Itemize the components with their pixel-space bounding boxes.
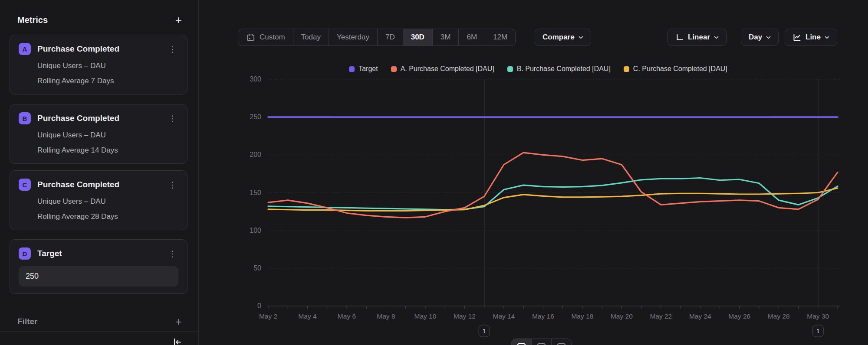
range-7d[interactable]: 7D	[378, 29, 403, 46]
y-axis-label: 50	[253, 264, 261, 272]
collapse-sidebar-icon[interactable]	[172, 337, 183, 345]
add-filter-button[interactable]: +	[175, 317, 182, 326]
chart-plot[interactable]: 050100150200250300May 2May 4May 6May 8Ma…	[234, 56, 868, 345]
y-axis-label: 0	[257, 302, 261, 309]
range-3m[interactable]: 3M	[433, 29, 459, 46]
metric-badge-d: D	[19, 247, 31, 260]
compare-label: Compare	[542, 33, 575, 42]
x-axis-label: May 4	[298, 312, 317, 320]
interval-label: Day	[749, 33, 762, 42]
metric-window: Rolling Average 7 Days	[37, 77, 178, 85]
kebab-menu-icon[interactable]: ⋮	[167, 114, 178, 124]
x-axis-label: May 16	[532, 312, 554, 320]
filter-section-title: Filter	[17, 317, 37, 326]
chevron-down-icon	[825, 36, 829, 39]
metric-badge-b: B	[19, 112, 31, 124]
y-axis-label: 250	[250, 113, 261, 120]
range-30d[interactable]: 30D	[403, 29, 433, 46]
kebab-menu-icon[interactable]: ⋮	[167, 249, 178, 259]
x-axis-label: May 12	[454, 312, 476, 320]
view-toggle-control	[511, 338, 572, 345]
sidebar-divider	[0, 331, 198, 332]
metric-card-a[interactable]: A Purchase Completed ⋮ Unique Users – DA…	[10, 35, 187, 94]
kebab-menu-icon[interactable]: ⋮	[167, 44, 178, 54]
range-today[interactable]: Today	[293, 29, 329, 46]
metric-window: Rolling Average 28 Days	[37, 212, 178, 221]
x-axis-label: May 8	[377, 312, 395, 320]
x-axis-label: May 24	[689, 312, 711, 320]
range-label: Custom	[260, 33, 285, 42]
metric-badge-a: A	[19, 43, 31, 55]
x-axis-label: May 30	[807, 312, 829, 320]
metric-title: Purchase Completed	[37, 114, 160, 123]
target-value-input[interactable]: 250	[19, 266, 178, 286]
split-view-icon[interactable]	[552, 339, 571, 345]
metric-title: Purchase Completed	[37, 180, 160, 189]
x-axis-label: May 20	[611, 312, 633, 320]
annotation-badge-label: 1	[483, 328, 486, 335]
chevron-down-icon	[766, 36, 771, 39]
date-range-control: Custom Today Yesterday 7D 30D 3M 6M 12M	[238, 29, 516, 46]
compare-button[interactable]: Compare	[535, 29, 591, 46]
chart-view-icon[interactable]	[512, 339, 532, 345]
y-axis-label: 300	[250, 75, 261, 83]
table-view-icon[interactable]	[532, 339, 552, 345]
x-axis-label: May 18	[571, 312, 593, 320]
x-axis-label: May 26	[728, 312, 750, 320]
line-chart-icon	[792, 33, 802, 42]
calendar-icon	[246, 33, 255, 42]
metric-title: Purchase Completed	[37, 44, 160, 54]
chevron-down-icon	[579, 36, 583, 39]
x-axis-label: May 10	[414, 312, 437, 320]
target-card[interactable]: D Target ⋮ 250	[10, 239, 187, 294]
y-axis-label: 100	[250, 227, 261, 234]
metrics-sidebar: Metrics + A Purchase Completed ⋮ Unique …	[0, 0, 199, 345]
add-metric-button[interactable]: +	[175, 15, 182, 25]
chart-type-label: Line	[806, 33, 821, 42]
axis-scale-icon	[675, 33, 684, 42]
scale-label: Linear	[688, 33, 710, 42]
metric-title: Target	[37, 249, 160, 258]
kebab-menu-icon[interactable]: ⋮	[167, 180, 178, 190]
metric-card-b[interactable]: B Purchase Completed ⋮ Unique Users – DA…	[10, 104, 187, 164]
metrics-panel-title: Metrics	[17, 15, 48, 25]
x-axis-label: May 6	[338, 312, 356, 320]
annotation-badge-label: 1	[816, 328, 820, 335]
metric-measure: Unique Users – DAU	[37, 197, 178, 206]
metric-window: Rolling Average 14 Days	[37, 146, 178, 155]
metric-badge-c: C	[19, 179, 31, 191]
y-axis-label: 200	[250, 151, 261, 158]
range-6m[interactable]: 6M	[459, 29, 485, 46]
x-axis-label: May 22	[650, 312, 672, 320]
y-axis-label: 150	[250, 189, 261, 196]
range-12m[interactable]: 12M	[485, 29, 515, 46]
x-axis-label: May 28	[768, 312, 790, 320]
interval-button[interactable]: Day	[741, 29, 779, 46]
range-custom[interactable]: Custom	[238, 29, 293, 46]
chart-type-button[interactable]: Line	[785, 29, 837, 46]
chevron-down-icon	[714, 36, 719, 39]
range-yesterday[interactable]: Yesterday	[329, 29, 378, 46]
x-axis-label: May 14	[493, 312, 515, 320]
metric-card-c[interactable]: C Purchase Completed ⋮ Unique Users – DA…	[10, 170, 187, 230]
scale-button[interactable]: Linear	[667, 29, 727, 46]
metric-measure: Unique Users – DAU	[37, 131, 178, 140]
metric-measure: Unique Users – DAU	[37, 62, 178, 70]
x-axis-label: May 2	[259, 312, 277, 320]
